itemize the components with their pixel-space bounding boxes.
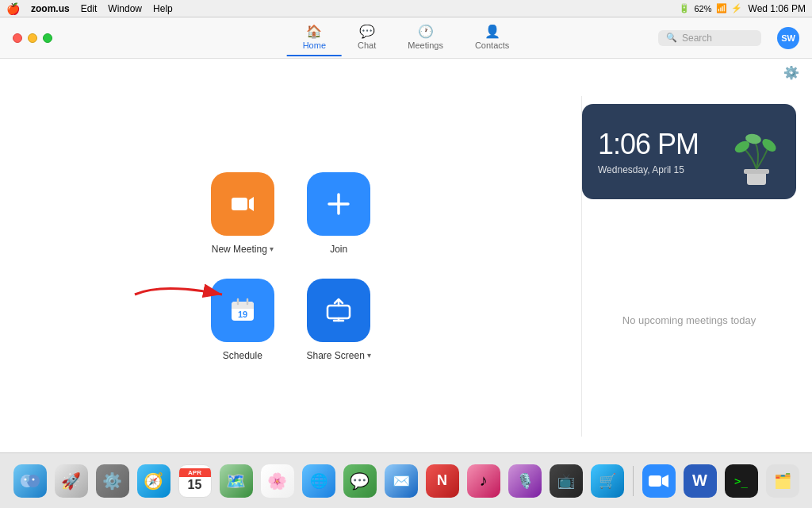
dock-downloads[interactable]: 🌐 — [300, 462, 338, 500]
dock-podcasts[interactable]: 🎙️ — [506, 462, 544, 500]
menu-window[interactable]: Window — [108, 3, 142, 14]
dock-calendar[interactable]: APR 15 — [176, 462, 214, 500]
dock-appstore[interactable]: 🛒 — [588, 462, 626, 500]
new-meeting-dropdown-icon: ▾ — [270, 244, 274, 253]
avatar[interactable]: SW — [777, 27, 799, 49]
meetings-icon: 🕐 — [418, 24, 434, 39]
tab-home-label: Home — [303, 40, 326, 50]
dock-tv[interactable]: 📺 — [547, 462, 585, 500]
video-camera-icon — [228, 190, 257, 218]
main-content: New Meeting ▾ Join — [0, 80, 812, 452]
svg-rect-11 — [327, 306, 350, 318]
join-button[interactable] — [307, 172, 370, 236]
dock-storage[interactable]: 🗂️ — [764, 462, 802, 500]
menu-bar-right: 🔋 62% 📶 ⚡ Wed 1:06 PM — [679, 3, 806, 14]
menubar-icons: 🔋 62% 📶 ⚡ — [679, 3, 741, 13]
plant-decoration — [725, 114, 788, 199]
schedule-item[interactable]: 19 Schedule — [210, 279, 274, 361]
dock-finder[interactable] — [11, 462, 49, 500]
svg-point-24 — [32, 478, 34, 480]
search-input[interactable]: Search — [682, 33, 753, 44]
chat-icon: 💬 — [359, 24, 375, 39]
dock-prefs[interactable]: ⚙️ — [94, 462, 132, 500]
svg-point-23 — [24, 478, 26, 480]
schedule-button[interactable]: 19 — [211, 279, 274, 342]
new-meeting-label: New Meeting ▾ — [212, 244, 274, 255]
svg-text:19: 19 — [238, 310, 247, 319]
finder-icon — [19, 470, 41, 492]
dock-maps[interactable]: 🗺️ — [217, 462, 255, 500]
join-label: Join — [330, 244, 347, 255]
share-screen-dropdown-icon: ▾ — [367, 351, 371, 360]
dock-terminal[interactable]: >_ — [722, 462, 760, 500]
dock-word[interactable]: W — [681, 462, 719, 500]
tab-meetings[interactable]: 🕐 Meetings — [392, 19, 459, 56]
action-grid: New Meeting ▾ Join — [210, 172, 371, 361]
join-item[interactable]: Join — [307, 172, 371, 255]
close-button[interactable] — [13, 33, 22, 43]
app-window: 🏠 Home 💬 Chat 🕐 Meetings 👤 Contacts 🔍 Se… — [0, 17, 812, 452]
app-name[interactable]: zoom.us — [31, 3, 70, 14]
tab-chat-label: Chat — [358, 40, 376, 50]
svg-marker-2 — [249, 197, 254, 211]
dock: 🚀 ⚙️ 🧭 APR 15 🗺️ 🌸 🌐 💬 ✉️ N ♪ 🎙️ 📺 — [0, 452, 812, 508]
schedule-label: Schedule — [223, 350, 262, 361]
new-meeting-button[interactable] — [211, 172, 274, 236]
dock-safari[interactable]: 🧭 — [135, 462, 173, 500]
plant-svg — [725, 114, 788, 193]
dock-launchpad[interactable]: 🚀 — [52, 462, 90, 500]
calendar-icon: 19 — [228, 295, 258, 325]
tab-meetings-label: Meetings — [408, 40, 443, 50]
zoom-dock-icon — [648, 473, 670, 489]
traffic-lights — [13, 33, 52, 43]
svg-point-21 — [27, 475, 40, 487]
home-icon: 🏠 — [306, 24, 322, 39]
share-screen-item[interactable]: Share Screen ▾ — [307, 279, 371, 361]
settings-row: ⚙️ — [0, 59, 812, 80]
nav-tabs: 🏠 Home 💬 Chat 🕐 Meetings 👤 Contacts — [287, 19, 526, 56]
battery-icon: 🔋 — [679, 3, 690, 13]
svg-point-19 — [760, 137, 778, 154]
svg-rect-1 — [232, 198, 247, 210]
search-bar[interactable]: 🔍 Search — [658, 30, 761, 46]
join-icon — [324, 190, 353, 218]
battery-percent: 62% — [694, 4, 711, 13]
right-panel: 1:06 PM Wednesday, April 15 — [582, 96, 812, 437]
svg-rect-16 — [744, 169, 769, 174]
dock-news[interactable]: N — [423, 462, 462, 500]
search-icon: 🔍 — [666, 33, 677, 43]
dock-separator — [633, 466, 634, 496]
apple-menu[interactable]: 🍎 — [6, 2, 20, 15]
new-meeting-item[interactable]: New Meeting ▾ — [210, 172, 274, 255]
tab-contacts-label: Contacts — [475, 40, 509, 50]
dock-mail[interactable]: ✉️ — [382, 462, 420, 500]
menu-bar: 🍎 zoom.us Edit Window Help 🔋 62% 📶 ⚡ Wed… — [0, 0, 812, 17]
menubar-time: Wed 1:06 PM — [749, 3, 806, 14]
dock-photos[interactable]: 🌸 — [259, 462, 297, 500]
svg-rect-7 — [232, 306, 254, 309]
bluetooth-icon: ⚡ — [731, 3, 742, 13]
left-panel: New Meeting ▾ Join — [0, 96, 581, 437]
dock-messages[interactable]: 💬 — [341, 462, 379, 500]
tab-chat[interactable]: 💬 Chat — [342, 19, 392, 56]
share-screen-button[interactable] — [307, 279, 370, 342]
titlebar: 🏠 Home 💬 Chat 🕐 Meetings 👤 Contacts 🔍 Se… — [0, 17, 812, 59]
share-screen-label: Share Screen ▾ — [307, 350, 371, 361]
avatar-initials: SW — [781, 33, 795, 43]
contacts-icon: 👤 — [485, 24, 500, 39]
wifi-icon: 📶 — [716, 3, 727, 13]
svg-marker-26 — [662, 475, 668, 487]
tab-contacts[interactable]: 👤 Contacts — [459, 19, 525, 56]
tab-home[interactable]: 🏠 Home — [287, 19, 342, 56]
minimize-button[interactable] — [28, 33, 37, 43]
svg-rect-25 — [649, 475, 661, 487]
no-meetings-text: No upcoming meetings today — [622, 314, 756, 326]
dock-zoom[interactable] — [640, 462, 678, 500]
menu-help[interactable]: Help — [153, 3, 173, 14]
maximize-button[interactable] — [43, 33, 52, 43]
settings-button[interactable]: ⚙️ — [783, 65, 799, 80]
share-screen-icon — [324, 296, 353, 325]
meetings-section: No upcoming meetings today — [582, 212, 796, 429]
dock-music[interactable]: ♪ — [465, 462, 503, 500]
menu-edit[interactable]: Edit — [81, 3, 98, 14]
